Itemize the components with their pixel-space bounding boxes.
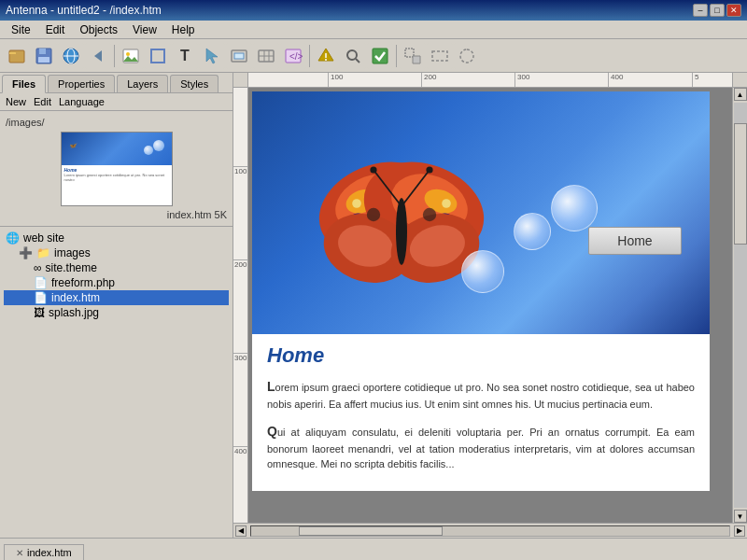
svg-rect-26 — [373, 49, 388, 63]
svg-point-49 — [423, 208, 436, 221]
pointer-button[interactable] — [199, 43, 225, 69]
h-scroll-left[interactable]: ◀ — [235, 525, 247, 537]
close-button[interactable]: ✕ — [726, 4, 741, 17]
web-site-icon: 🌐 — [6, 231, 20, 245]
tab-layers[interactable]: Layers — [117, 75, 168, 92]
embed-button[interactable]: </> — [280, 43, 306, 69]
v-ruler-mark-400: 400 — [233, 446, 247, 455]
save-button[interactable] — [31, 43, 57, 69]
svg-point-24 — [347, 50, 357, 60]
h-scroll-right[interactable]: ▶ — [734, 525, 745, 537]
tab-files[interactable]: Files — [2, 75, 46, 93]
vertical-ruler: 100 200 300 400 — [233, 88, 248, 523]
files-language-button[interactable]: Language — [59, 96, 105, 107]
scrollbar-up-button[interactable]: ▲ — [734, 88, 747, 101]
bubble-3 — [461, 250, 504, 293]
svg-point-51 — [442, 199, 451, 208]
canvas-page: Home Home Lorem ipsum graeci oportere co… — [252, 91, 710, 491]
open-button[interactable] — [4, 43, 30, 69]
tool-r2[interactable] — [427, 43, 453, 69]
tool-r1[interactable] — [400, 43, 426, 69]
tree-site-theme[interactable]: ∞ site.theme — [4, 260, 229, 275]
htm-icon: 📄 — [34, 291, 48, 304]
minimize-button[interactable]: – — [693, 4, 708, 17]
svg-rect-30 — [460, 49, 473, 63]
page-text: Home Lorem ipsum graeci oportere cotidie… — [252, 334, 710, 491]
vertical-scrollbar[interactable]: ▲ ▼ — [732, 88, 747, 523]
horizontal-scrollbar: ◀ ▶ — [233, 523, 747, 538]
toolbar: T </> — [0, 39, 747, 73]
svg-point-47 — [426, 166, 432, 173]
svg-text:</>: </> — [289, 51, 303, 62]
menu-edit[interactable]: Edit — [38, 21, 73, 38]
svg-line-25 — [356, 59, 359, 63]
svg-rect-1 — [9, 52, 16, 54]
horizontal-ruler: 100 200 300 400 5 — [248, 73, 732, 88]
ruler-mark-300: 300 — [514, 73, 529, 87]
svg-rect-11 — [151, 49, 164, 63]
tab-properties[interactable]: Properties — [48, 75, 115, 92]
svg-point-23 — [325, 59, 327, 61]
svg-point-48 — [367, 208, 380, 221]
svg-rect-4 — [38, 57, 49, 63]
canvas-content[interactable]: Home Home Lorem ipsum graeci oportere co… — [248, 88, 732, 523]
preview-area: /images/ 🦋 Home Lorem ipsum graeci oport… — [0, 111, 233, 227]
h-scroll-thumb[interactable] — [299, 526, 443, 536]
search-button[interactable] — [340, 43, 366, 69]
tool-r3[interactable] — [454, 43, 480, 69]
v-scroll-track[interactable] — [734, 103, 747, 508]
tree-splash-jpg[interactable]: 🖼 splash.jpg — [4, 305, 229, 320]
table-button[interactable] — [253, 43, 279, 69]
ruler-container: 100 200 300 400 5 — [233, 73, 747, 88]
svg-rect-14 — [234, 53, 244, 59]
svg-point-10 — [126, 52, 130, 56]
back-button[interactable] — [85, 43, 111, 69]
h-scroll-track[interactable] — [250, 525, 730, 537]
text-button[interactable]: T — [172, 43, 198, 69]
v-ruler-mark-200: 200 — [233, 259, 247, 269]
box-button[interactable] — [145, 43, 171, 69]
v-scroll-thumb[interactable] — [734, 123, 747, 245]
menu-site[interactable]: Site — [4, 21, 38, 38]
maximize-button[interactable]: □ — [710, 4, 725, 17]
bubble-2 — [514, 213, 551, 250]
plugin-button[interactable] — [313, 43, 339, 69]
menu-help[interactable]: Help — [164, 21, 203, 38]
tab-icon: ✕ — [16, 548, 23, 558]
svg-point-43 — [396, 198, 407, 265]
check-button[interactable] — [367, 43, 393, 69]
ruler-mark-400: 400 — [608, 73, 623, 87]
tab-styles[interactable]: Styles — [170, 75, 218, 92]
file-tree: 🌐 web site ➕ 📁 images ∞ site.theme 📄 fre… — [0, 227, 233, 538]
preview-button[interactable] — [58, 43, 84, 69]
menu-view[interactable]: View — [125, 21, 164, 38]
ruler-mark-500: 5 — [692, 73, 698, 87]
title-bar-text: Antenna - untitled2 - /index.htm — [6, 4, 162, 17]
scrollbar-down-button[interactable]: ▼ — [734, 510, 747, 523]
files-edit-button[interactable]: Edit — [34, 96, 51, 107]
tree-freeform-php[interactable]: 📄 freeform.php — [4, 275, 229, 290]
tree-root[interactable]: 🌐 web site — [4, 231, 229, 245]
title-bar: Antenna - untitled2 - /index.htm – □ ✕ — [0, 0, 747, 21]
page-header: Home — [252, 91, 710, 334]
canvas-with-ruler: 100 200 300 400 — [233, 88, 747, 523]
theme-icon: ∞ — [34, 261, 42, 274]
image-button[interactable] — [118, 43, 144, 69]
tree-images[interactable]: ➕ 📁 images — [4, 245, 229, 260]
v-ruler-mark-100: 100 — [233, 166, 247, 175]
bottom-tab-index[interactable]: ✕ index.htm — [4, 544, 84, 560]
menu-bar: Site Edit Objects View Help — [0, 21, 747, 39]
preview-path: /images/ — [6, 117, 45, 128]
svg-marker-12 — [206, 49, 218, 63]
bottom-bar: ✕ index.htm — [0, 538, 747, 560]
svg-marker-8 — [94, 50, 102, 62]
menu-objects[interactable]: Objects — [72, 21, 125, 38]
files-new-button[interactable]: New — [6, 96, 26, 107]
svg-point-50 — [352, 199, 361, 208]
tree-index-htm[interactable]: 📄 index.htm — [4, 290, 229, 305]
files-toolbar: New Edit Language — [0, 93, 233, 111]
page-title: Home — [267, 343, 695, 368]
v-ruler-mark-300: 300 — [233, 353, 247, 362]
home-button[interactable]: Home — [588, 227, 682, 255]
frame-button[interactable] — [226, 43, 252, 69]
